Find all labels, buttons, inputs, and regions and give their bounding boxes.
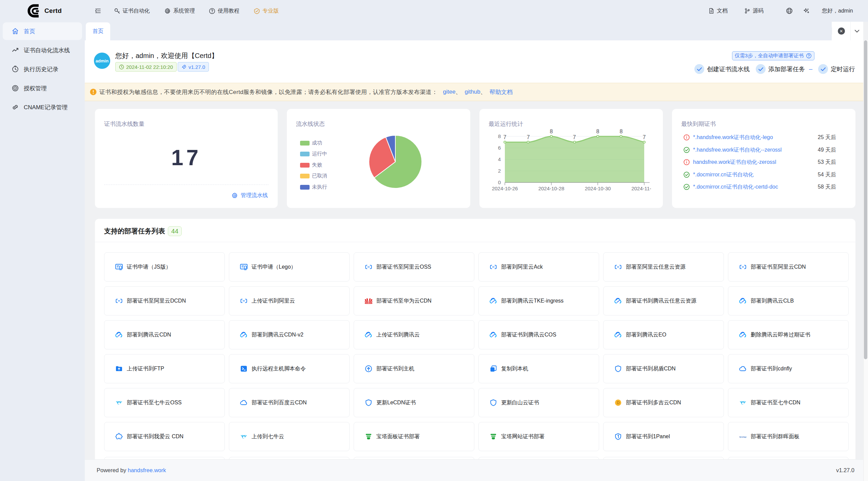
svg-text:8: 8 [550, 129, 553, 134]
svg-text:2: 2 [498, 168, 501, 174]
svg-text:2024-10-28: 2024-10-28 [538, 186, 565, 191]
svg-text:2024-10-26: 2024-10-26 [492, 186, 518, 191]
svg-text:6: 6 [498, 145, 501, 151]
svg-text:7: 7 [643, 134, 646, 140]
svg-text:7: 7 [573, 134, 576, 140]
svg-text:8: 8 [596, 129, 599, 134]
svg-text:8: 8 [498, 133, 501, 139]
svg-text:2024-10-30: 2024-10-30 [585, 186, 611, 191]
svg-text:Synology: Synology [739, 436, 747, 438]
svg-text:7: 7 [504, 134, 507, 140]
svg-text:2024-11-01: 2024-11-01 [631, 186, 657, 191]
svg-text:8: 8 [620, 129, 623, 134]
svg-text:0: 0 [498, 179, 501, 185]
svg-text:4: 4 [498, 156, 501, 162]
svg-text:7: 7 [527, 134, 530, 140]
